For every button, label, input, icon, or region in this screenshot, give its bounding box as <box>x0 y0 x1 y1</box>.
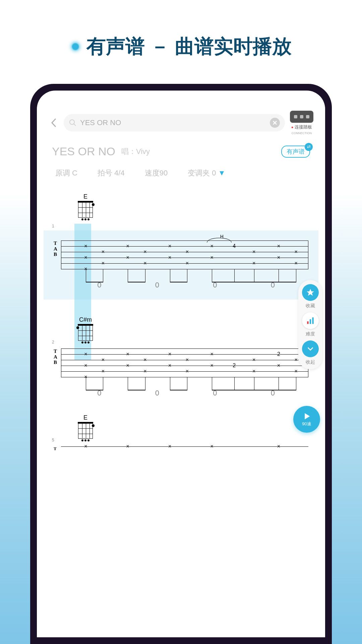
tab-staff-partial: T × × × × × <box>54 446 308 453</box>
top-bar: ● 连接踏板 CONNECTION <box>44 111 318 135</box>
promo-headline: 有声谱 － 曲谱实时播放 <box>0 0 362 60</box>
favorite-label: 收藏 <box>306 303 315 309</box>
bar-number: 1 <box>52 224 54 228</box>
tab-staff-1-highlighted: 1 TAB ××× ×× ×× ×× ×× ×× ×× 4 H <box>44 230 318 300</box>
side-tools-panel: 收藏 难度 收起 <box>298 280 322 369</box>
tab-block-2: C#m 2 TAB ××× ×× <box>44 316 318 397</box>
audio-score-badge[interactable]: 有声谱 ⇄ <box>281 146 310 158</box>
play-button[interactable]: 90速 <box>293 406 320 433</box>
pedal-icon <box>290 111 313 123</box>
tab-block-3: E 5 T × × × × × <box>44 414 318 453</box>
singer-label: 唱：Vivy <box>121 147 150 157</box>
chord-grid-icon <box>78 325 93 341</box>
chevron-left-icon <box>51 118 57 127</box>
tab-block-1: E <box>44 193 318 220</box>
chord-name: C#m <box>79 316 92 323</box>
tab-staff: TAB ××× ×× ×× ×× ×× ×× ×× 2 ×× 2× <box>54 348 308 379</box>
favorite-button[interactable]: 收藏 <box>302 284 319 309</box>
phone-screen: ● 连接踏板 CONNECTION YES OR NO 唱：Vivy 有声谱 ⇄… <box>37 91 325 637</box>
clear-search-button[interactable] <box>270 118 280 128</box>
headline-dot-icon <box>70 42 80 52</box>
pedal-label: ● 连接踏板 <box>291 124 312 130</box>
title-row: YES OR NO 唱：Vivy 有声谱 ⇄ <box>44 135 318 163</box>
collapse-label: 收起 <box>306 359 315 365</box>
search-box[interactable] <box>64 114 285 131</box>
swap-icon: ⇄ <box>305 143 313 151</box>
pedal-sublabel: CONNECTION <box>292 131 312 135</box>
meta-time: 拍号 4/4 <box>98 168 125 178</box>
chord-diagram-csharpm: C#m <box>77 316 94 343</box>
difficulty-button[interactable]: 难度 <box>302 312 319 337</box>
audio-badge-text: 有声谱 <box>287 148 305 155</box>
song-title: YES OR NO <box>52 145 115 158</box>
back-button[interactable] <box>49 118 59 128</box>
bar-number: 2 <box>52 340 54 344</box>
svg-point-0 <box>70 120 74 124</box>
search-input[interactable] <box>80 118 266 127</box>
tab-clef: TAB <box>54 348 57 365</box>
close-icon <box>273 120 277 125</box>
chevron-down-circle-icon <box>302 340 319 357</box>
collapse-button[interactable]: 收起 <box>302 340 319 365</box>
chord-diagram-e: E <box>77 193 94 220</box>
bar-number: 5 <box>52 438 54 442</box>
chord-diagram-e2: E <box>77 414 94 441</box>
meta-key: 原调 C <box>55 168 77 178</box>
meta-tempo: 速度90 <box>145 168 168 178</box>
chord-grid-icon <box>78 202 93 218</box>
pedal-connect[interactable]: ● 连接踏板 CONNECTION <box>290 111 313 135</box>
difficulty-label: 难度 <box>306 331 315 337</box>
svg-rect-3 <box>310 319 311 324</box>
play-speed-label: 90速 <box>302 421 311 427</box>
play-icon <box>302 412 311 421</box>
chord-name: E <box>83 193 87 200</box>
meta-row: 原调 C 拍号 4/4 速度90 变调夹 0 ▼ <box>44 163 318 183</box>
svg-rect-4 <box>312 317 313 324</box>
chord-grid-icon <box>78 423 93 439</box>
tab-clef: T <box>54 446 57 451</box>
chord-name: E <box>83 414 87 421</box>
headline-text: 有声谱 － 曲谱实时播放 <box>86 34 292 60</box>
svg-rect-2 <box>307 321 308 324</box>
svg-line-1 <box>74 124 76 126</box>
phone-frame: ● 连接踏板 CONNECTION YES OR NO 唱：Vivy 有声谱 ⇄… <box>30 84 332 644</box>
search-icon <box>69 119 77 127</box>
bars-icon <box>302 312 319 329</box>
meta-capo[interactable]: 变调夹 0 ▼ <box>188 168 225 178</box>
chevron-down-icon: ▼ <box>218 169 226 177</box>
star-icon <box>302 284 319 301</box>
tab-clef: TAB <box>54 240 57 257</box>
tab-staff: TAB ××× ×× ×× ×× ×× ×× ×× 4 H <box>54 240 308 271</box>
